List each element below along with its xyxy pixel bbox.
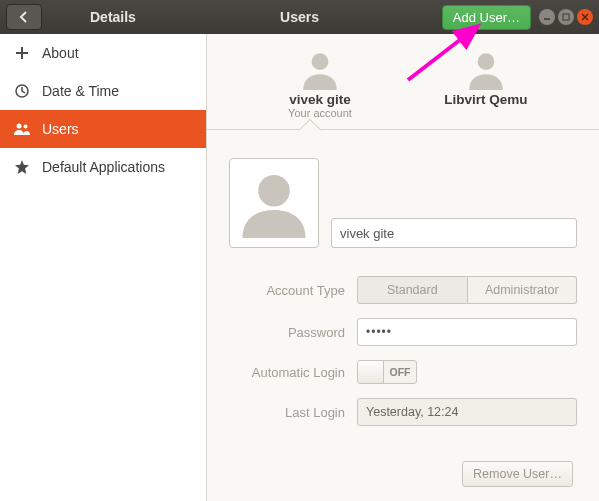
- remove-user-button[interactable]: Remove User…: [462, 461, 573, 487]
- window-maximize-button[interactable]: [558, 9, 574, 25]
- user-detail-panel: Account Type Standard Administrator Pass…: [207, 130, 599, 501]
- page-title: Users: [280, 9, 319, 25]
- sidebar-item-date-time[interactable]: Date & Time: [0, 72, 206, 110]
- titlebar: Details Users Add User…: [0, 0, 599, 34]
- user-selector-row: vivek gite Your account Libvirt Qemu: [207, 34, 599, 130]
- user-card-name: Libvirt Qemu: [444, 92, 527, 107]
- lastlogin-label: Last Login: [229, 405, 357, 420]
- lastlogin-value[interactable]: Yesterday, 12:24: [357, 398, 577, 426]
- password-label: Password: [229, 325, 357, 340]
- person-icon: [239, 168, 309, 238]
- clock-icon: [14, 84, 30, 98]
- add-user-button[interactable]: Add User…: [442, 5, 531, 30]
- sidebar-item-users[interactable]: Users: [0, 110, 206, 148]
- user-card[interactable]: Libvirt Qemu: [416, 48, 556, 129]
- toggle-knob: [358, 361, 384, 383]
- toggle-state-label: OFF: [384, 366, 416, 378]
- account-type-standard[interactable]: Standard: [357, 276, 468, 304]
- svg-point-8: [258, 175, 290, 207]
- sidebar-item-label: Users: [42, 121, 79, 137]
- window-section-title: Details: [90, 9, 136, 25]
- user-card-name: vivek gite: [289, 92, 351, 107]
- plus-icon: [14, 46, 30, 60]
- svg-point-7: [478, 53, 495, 70]
- back-button[interactable]: [6, 4, 42, 30]
- svg-point-4: [17, 124, 22, 129]
- star-icon: [14, 160, 30, 174]
- avatar-picker[interactable]: [229, 158, 319, 248]
- users-icon: [14, 122, 30, 136]
- svg-point-6: [312, 53, 329, 70]
- sidebar-item-default-apps[interactable]: Default Applications: [0, 148, 206, 186]
- account-type-admin[interactable]: Administrator: [468, 276, 578, 304]
- svg-rect-1: [563, 14, 569, 20]
- sidebar-item-label: Default Applications: [42, 159, 165, 175]
- chevron-left-icon: [19, 11, 29, 23]
- window-controls: [539, 9, 593, 25]
- person-icon: [465, 48, 507, 90]
- svg-point-5: [24, 125, 28, 129]
- user-card-selected[interactable]: vivek gite Your account: [250, 48, 390, 129]
- account-type-label: Account Type: [229, 283, 357, 298]
- sidebar-item-label: Date & Time: [42, 83, 119, 99]
- window-minimize-button[interactable]: [539, 9, 555, 25]
- window-close-button[interactable]: [577, 9, 593, 25]
- full-name-input[interactable]: [331, 218, 577, 248]
- user-card-subtitle: Your account: [288, 107, 352, 119]
- sidebar-item-label: About: [42, 45, 79, 61]
- autologin-label: Automatic Login: [229, 365, 357, 380]
- account-type-segmented[interactable]: Standard Administrator: [357, 276, 577, 304]
- sidebar: About Date & Time Users Default Applicat…: [0, 34, 207, 501]
- person-icon: [299, 48, 341, 90]
- password-field[interactable]: •••••: [357, 318, 577, 346]
- autologin-toggle[interactable]: OFF: [357, 360, 417, 384]
- content-panel: vivek gite Your account Libvirt Qemu Acc…: [207, 34, 599, 501]
- sidebar-item-about[interactable]: About: [0, 34, 206, 72]
